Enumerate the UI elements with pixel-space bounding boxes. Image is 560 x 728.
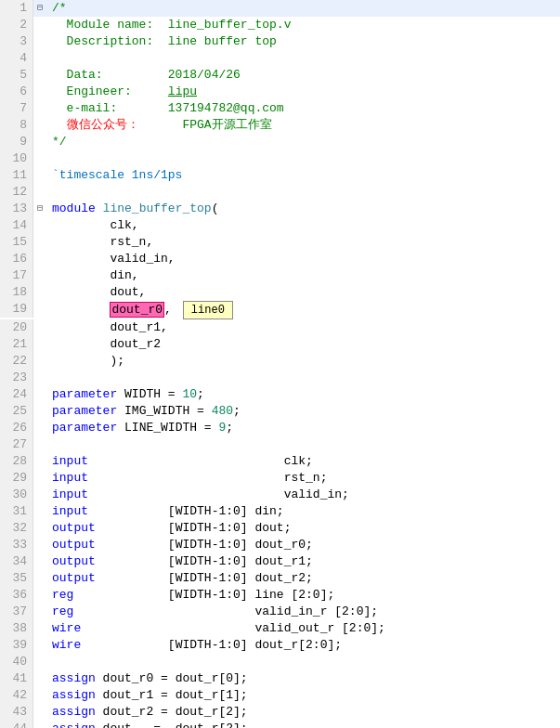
line-content: wire [WIDTH-1:0] dout_r[2:0]; — [46, 637, 560, 654]
line-number: 38 — [0, 620, 33, 637]
line-row: 25parameter IMG_WIDTH = 480; — [0, 403, 560, 420]
line-number: 5 — [0, 67, 33, 84]
line-number: 39 — [0, 637, 33, 654]
line-number: 4 — [0, 50, 33, 67]
line-content: `timescale 1ns/1ps — [46, 167, 560, 184]
line-row: 11`timescale 1ns/1ps — [0, 167, 560, 184]
line-content: dout_r1, — [46, 319, 560, 336]
line-content: rst_n, — [46, 234, 560, 251]
line-row: 2 Module name: line_buffer_top.v — [0, 17, 560, 33]
line-number: 9 — [0, 134, 33, 150]
line-content: module line_buffer_top( — [46, 201, 560, 217]
line-content: dout, — [46, 284, 560, 301]
line-content: valid_in, — [46, 251, 560, 267]
line-content: parameter LINE_WIDTH = 9; — [46, 420, 560, 436]
line-number: 15 — [0, 234, 33, 251]
line-number: 8 — [0, 117, 33, 134]
line-content: input clk; — [46, 453, 560, 470]
code-editor: 1⊟/*2 Module name: line_buffer_top.v3 De… — [0, 0, 560, 728]
line-number: 6 — [0, 84, 33, 100]
line-number: 23 — [0, 370, 33, 386]
line-number: 12 — [0, 184, 33, 201]
line-number: 35 — [0, 570, 33, 587]
line-content: ); — [46, 353, 560, 370]
line-number: 44 — [0, 721, 33, 728]
line-row: 1⊟/* — [0, 0, 560, 17]
fold-icon[interactable]: ⊟ — [33, 201, 46, 217]
line-content — [46, 370, 560, 386]
line-content — [46, 150, 560, 167]
line-number: 24 — [0, 386, 33, 403]
line-row: 6 Engineer: lipu — [0, 84, 560, 100]
line-row: 10 — [0, 150, 560, 167]
line-row: 34output [WIDTH-1:0] dout_r1; — [0, 553, 560, 570]
line-row: 32output [WIDTH-1:0] dout; — [0, 520, 560, 537]
line-content: assign dout_r0 = dout_r[0]; — [46, 670, 560, 687]
line-number: 10 — [0, 150, 33, 167]
line-content — [46, 654, 560, 670]
line-number: 41 — [0, 670, 33, 687]
line-row: 42assign dout_r1 = dout_r[1]; — [0, 687, 560, 704]
line-number: 26 — [0, 420, 33, 436]
line-content: din, — [46, 267, 560, 284]
line-number: 22 — [0, 353, 33, 370]
line-number: 27 — [0, 436, 33, 453]
line-content: input [WIDTH-1:0] din; — [46, 503, 560, 520]
line-content: Data: 2018/04/26 — [46, 67, 560, 84]
line-number: 21 — [0, 336, 33, 353]
line-content: Module name: line_buffer_top.v — [46, 17, 560, 33]
line-row: 41assign dout_r0 = dout_r[0]; — [0, 670, 560, 687]
line-number: 3 — [0, 33, 33, 50]
line-row: 33output [WIDTH-1:0] dout_r0; — [0, 537, 560, 553]
line-number: 32 — [0, 520, 33, 537]
line-content: e-mail: 137194782@qq.com — [46, 100, 560, 117]
line-number: 29 — [0, 470, 33, 487]
line-content: 微信公众号： FPGA开源工作室 — [46, 117, 560, 134]
line-content: output [WIDTH-1:0] dout_r0; — [46, 537, 560, 553]
line-row: 39wire [WIDTH-1:0] dout_r[2:0]; — [0, 637, 560, 654]
line-number: 37 — [0, 604, 33, 620]
line-number: 42 — [0, 687, 33, 704]
line-row: 43assign dout_r2 = dout_r[2]; — [0, 704, 560, 721]
line-number: 33 — [0, 537, 33, 553]
line-content: assign dout = dout_r[2]; — [46, 721, 560, 728]
line-row: 15 rst_n, — [0, 234, 560, 251]
line-number: 17 — [0, 267, 33, 284]
fold-icon[interactable]: ⊟ — [33, 0, 46, 17]
line-content: reg [WIDTH-1:0] line [2:0]; — [46, 587, 560, 604]
line-row: 8 微信公众号： FPGA开源工作室 — [0, 117, 560, 134]
line-row: 26parameter LINE_WIDTH = 9; — [0, 420, 560, 436]
line-row: 18 dout, — [0, 284, 560, 301]
line-row: 37reg valid_in_r [2:0]; — [0, 604, 560, 620]
line-row: 27 — [0, 436, 560, 453]
line-row: 23 — [0, 370, 560, 386]
line-row: 4 — [0, 50, 560, 67]
line-row: 19 dout_r0,line0 — [0, 301, 560, 319]
line-row: 22 ); — [0, 353, 560, 370]
line-number: 30 — [0, 487, 33, 503]
line-content — [46, 184, 560, 201]
line-content: input rst_n; — [46, 470, 560, 487]
line-content: dout_r0,line0 — [46, 301, 560, 319]
line-content: output [WIDTH-1:0] dout_r2; — [46, 570, 560, 587]
line-row: 30input valid_in; — [0, 487, 560, 503]
line-row: 12 — [0, 184, 560, 201]
line-number: 14 — [0, 217, 33, 234]
line-content: reg valid_in_r [2:0]; — [46, 604, 560, 620]
line-content: assign dout_r2 = dout_r[2]; — [46, 704, 560, 721]
line-row: 17 din, — [0, 267, 560, 284]
line-number: 19 — [0, 301, 33, 318]
line-row: 16 valid_in, — [0, 251, 560, 267]
line-row: 7 e-mail: 137194782@qq.com — [0, 100, 560, 117]
line-number: 25 — [0, 403, 33, 420]
line-content: dout_r2 — [46, 336, 560, 353]
line-content: parameter WIDTH = 10; — [46, 386, 560, 403]
line-row: 31input [WIDTH-1:0] din; — [0, 503, 560, 520]
line-content: output [WIDTH-1:0] dout_r1; — [46, 553, 560, 570]
line-number: 43 — [0, 704, 33, 721]
line-content: Description: line buffer top — [46, 33, 560, 50]
line-row: 28input clk; — [0, 453, 560, 470]
line-row: 29input rst_n; — [0, 470, 560, 487]
line-content — [46, 436, 560, 453]
line-row: 13⊟module line_buffer_top( — [0, 201, 560, 217]
